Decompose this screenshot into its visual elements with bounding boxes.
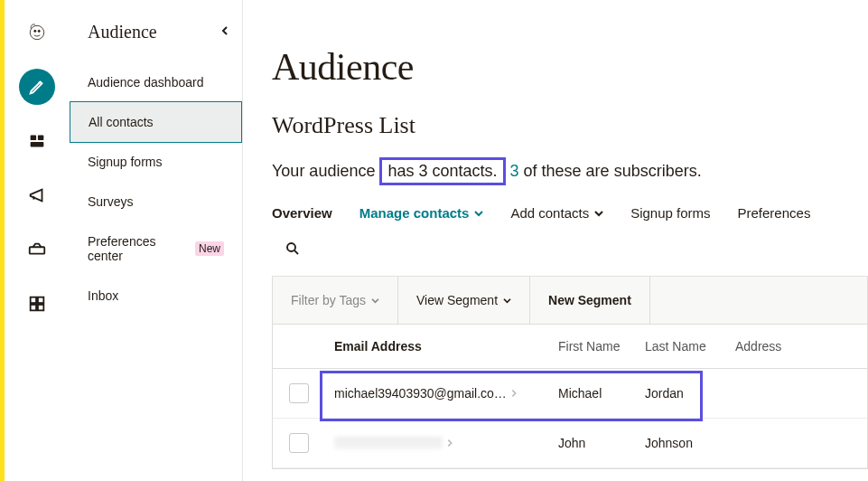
search-row bbox=[272, 233, 868, 277]
main-content: Audience WordPress List Your audience ha… bbox=[243, 0, 868, 481]
svg-rect-7 bbox=[31, 297, 36, 303]
chevron-right-icon bbox=[510, 389, 518, 398]
chevron-down-icon bbox=[503, 297, 511, 304]
tab-manage-contacts[interactable]: Manage contacts bbox=[359, 205, 484, 221]
tab-add-contacts[interactable]: Add contacts bbox=[510, 205, 603, 221]
summary-text: Your audience bbox=[272, 162, 375, 180]
sidebar-item-label: Preferences center bbox=[88, 234, 190, 263]
redacted-email bbox=[334, 437, 443, 449]
svg-rect-3 bbox=[31, 136, 36, 141]
tab-overview[interactable]: Overview bbox=[272, 205, 332, 221]
search-icon[interactable] bbox=[285, 245, 301, 259]
col-address[interactable]: Address bbox=[726, 325, 817, 368]
svg-rect-9 bbox=[31, 305, 36, 310]
filter-by-tags[interactable]: Filter by Tags bbox=[273, 277, 398, 324]
table-row[interactable]: John Johnson bbox=[273, 419, 867, 468]
sidebar-item-label: All contacts bbox=[89, 115, 154, 129]
logo-icon[interactable] bbox=[19, 14, 55, 51]
svg-rect-10 bbox=[38, 305, 43, 310]
sidebar-item-signup-forms[interactable]: Signup forms bbox=[70, 142, 242, 182]
cell-email[interactable]: michael39403930@gmail.co… bbox=[325, 372, 549, 415]
col-first-name[interactable]: First Name bbox=[549, 325, 636, 368]
svg-rect-6 bbox=[30, 247, 45, 253]
summary-highlight-text: has 3 contacts. bbox=[387, 162, 497, 180]
chevron-down-icon bbox=[371, 297, 379, 304]
sidebar: Audience Audience dashboard All contacts… bbox=[70, 0, 243, 481]
tab-label: Preferences bbox=[738, 205, 811, 221]
row-checkbox[interactable] bbox=[289, 433, 309, 453]
create-icon[interactable] bbox=[19, 69, 55, 105]
cell-address bbox=[726, 379, 817, 408]
contacts-table: Email Address First Name Last Name Addre… bbox=[272, 325, 868, 469]
svg-point-2 bbox=[38, 30, 40, 32]
list-name: WordPress List bbox=[272, 112, 868, 139]
sidebar-item-preferences-center[interactable]: Preferences center New bbox=[70, 222, 242, 276]
campaigns-icon[interactable] bbox=[19, 177, 55, 213]
svg-point-11 bbox=[287, 243, 295, 251]
highlight-contacts: has 3 contacts. bbox=[379, 157, 505, 185]
sidebar-nav: Audience dashboard All contacts Signup f… bbox=[70, 62, 242, 316]
collapse-icon[interactable] bbox=[220, 24, 229, 40]
tab-label: Overview bbox=[272, 205, 332, 221]
cell-first-name: John bbox=[549, 421, 636, 465]
audience-icon[interactable] bbox=[19, 123, 55, 159]
sidebar-item-surveys[interactable]: Surveys bbox=[70, 182, 242, 222]
table-row[interactable]: michael39403930@gmail.co… Michael Jordan bbox=[273, 369, 867, 419]
tab-label: Manage contacts bbox=[359, 205, 470, 221]
svg-rect-4 bbox=[38, 136, 43, 141]
sidebar-item-inbox[interactable]: Inbox bbox=[70, 276, 242, 316]
row-checkbox[interactable] bbox=[289, 383, 309, 403]
chevron-down-icon bbox=[594, 210, 603, 217]
table-header: Email Address First Name Last Name Addre… bbox=[273, 325, 867, 369]
filter-label: New Segment bbox=[548, 293, 631, 307]
audience-summary: Your audience has 3 contacts. 3 of these… bbox=[272, 157, 868, 185]
page-title: Audience bbox=[272, 45, 868, 89]
sidebar-item-label: Inbox bbox=[88, 288, 118, 303]
sidebar-item-label: Audience dashboard bbox=[88, 75, 203, 90]
col-last-name[interactable]: Last Name bbox=[636, 325, 726, 368]
col-email[interactable]: Email Address bbox=[325, 325, 549, 368]
chevron-right-icon bbox=[446, 439, 453, 448]
row-checkbox-cell bbox=[273, 419, 325, 467]
sidebar-title: Audience bbox=[88, 22, 157, 42]
subscriber-count: 3 bbox=[510, 162, 519, 180]
apps-icon[interactable] bbox=[19, 286, 55, 322]
tab-preferences[interactable]: Preferences bbox=[738, 205, 811, 221]
view-segment[interactable]: View Segment bbox=[398, 277, 529, 324]
sidebar-item-label: Surveys bbox=[88, 194, 134, 209]
tab-signup-forms[interactable]: Signup forms bbox=[630, 205, 710, 221]
row-checkbox-cell bbox=[273, 369, 325, 418]
svg-rect-8 bbox=[38, 297, 43, 303]
sidebar-item-all-contacts[interactable]: All contacts bbox=[70, 101, 242, 143]
filter-label: View Segment bbox=[416, 293, 498, 307]
filter-bar: Filter by Tags View Segment New Segment bbox=[272, 277, 868, 325]
svg-rect-5 bbox=[31, 142, 44, 147]
new-segment-button[interactable]: New Segment bbox=[529, 277, 650, 324]
sidebar-item-label: Signup forms bbox=[88, 155, 162, 169]
cell-first-name: Michael bbox=[549, 372, 636, 415]
sidebar-header: Audience bbox=[70, 0, 242, 62]
audience-tabs: Overview Manage contacts Add contacts Si… bbox=[272, 205, 868, 221]
svg-point-0 bbox=[30, 25, 43, 39]
cell-last-name: Jordan bbox=[636, 372, 726, 415]
filter-spacer bbox=[650, 277, 867, 324]
filter-label: Filter by Tags bbox=[291, 293, 366, 307]
icon-rail bbox=[5, 0, 70, 481]
sidebar-item-dashboard[interactable]: Audience dashboard bbox=[70, 62, 242, 102]
tab-label: Add contacts bbox=[510, 205, 589, 221]
automations-icon[interactable] bbox=[19, 231, 55, 268]
cell-address bbox=[726, 429, 817, 457]
new-badge: New bbox=[195, 241, 224, 256]
summary-text-2: of these are subscribers. bbox=[519, 162, 702, 180]
cell-email[interactable] bbox=[325, 422, 549, 464]
chevron-down-icon bbox=[474, 210, 483, 217]
tab-label: Signup forms bbox=[630, 205, 710, 221]
svg-point-1 bbox=[34, 30, 36, 32]
cell-last-name: Johnson bbox=[636, 421, 726, 465]
col-checkbox bbox=[273, 332, 325, 361]
email-text: michael39403930@gmail.co… bbox=[334, 386, 507, 401]
